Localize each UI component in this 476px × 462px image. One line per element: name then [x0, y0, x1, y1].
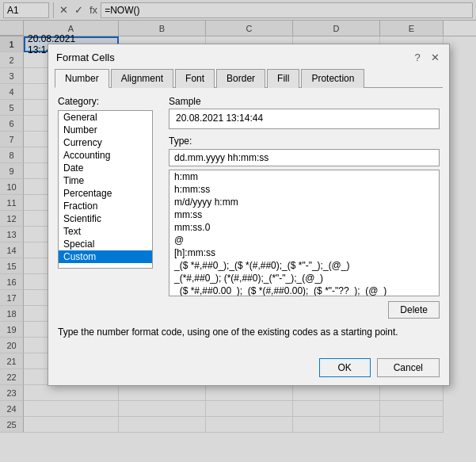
dialog-titlebar: Format Cells ? ✕ — [48, 44, 449, 68]
format-item-1[interactable]: h:mm:ss — [169, 183, 439, 196]
tab-protection[interactable]: Protection — [301, 69, 364, 88]
right-panel: Sample 20.08.2021 13:14:44 Type: h:mmh:m… — [169, 96, 440, 322]
format-item-9[interactable]: _($ *#,##0.00_);_($ *(#,##0.00);_($ *"-"… — [169, 284, 439, 296]
format-list[interactable]: h:mmh:mm:ssm/d/yyyy h:mmmm:ssmm:ss.0@[h]… — [169, 170, 440, 296]
dialog-body: Category: GeneralNumberCurrencyAccountin… — [48, 88, 449, 353]
tab-fill[interactable]: Fill — [267, 69, 299, 88]
format-item-4[interactable]: mm:ss.0 — [169, 221, 439, 234]
cancel-button[interactable]: Cancel — [377, 358, 440, 377]
format-item-5[interactable]: @ — [169, 234, 439, 246]
sample-value: 20.08.2021 13:14:44 — [169, 109, 440, 129]
category-item-date[interactable]: Date — [59, 162, 152, 174]
help-button[interactable]: ? — [411, 51, 424, 63]
dialog-columns: Category: GeneralNumberCurrencyAccountin… — [58, 96, 440, 322]
category-panel: Category: GeneralNumberCurrencyAccountin… — [58, 96, 161, 322]
category-item-custom[interactable]: Custom — [59, 250, 152, 263]
delete-button[interactable]: Delete — [388, 301, 440, 319]
format-item-6[interactable]: [h]:mm:ss — [169, 246, 439, 259]
hint-text: Type the number format code, using one o… — [58, 326, 440, 338]
category-item-percentage[interactable]: Percentage — [59, 187, 152, 200]
type-label: Type: — [169, 136, 440, 147]
tab-number[interactable]: Number — [55, 69, 109, 88]
tab-font[interactable]: Font — [175, 69, 215, 88]
category-item-number[interactable]: Number — [59, 124, 152, 136]
close-button[interactable]: ✕ — [428, 51, 441, 63]
delete-area: Delete — [169, 301, 440, 319]
type-input[interactable] — [169, 149, 440, 166]
category-item-time[interactable]: Time — [59, 174, 152, 187]
tab-alignment[interactable]: Alignment — [111, 69, 173, 88]
category-label: Category: — [58, 96, 161, 107]
format-item-3[interactable]: mm:ss — [169, 208, 439, 221]
category-item-scientific[interactable]: Scientific — [59, 212, 152, 225]
format-item-8[interactable]: _(*#,##0_); (*(#,##0);_(*"-"_);_(@_) — [169, 272, 439, 284]
spreadsheet: A1 ✕ ✓ fx A B C D E 120.08.2021 13:14:44… — [0, 0, 476, 462]
dialog-controls: ? ✕ — [411, 51, 441, 63]
modal-overlay: Format Cells ? ✕ NumberAlignmentFontBord… — [0, 0, 476, 462]
format-item-7[interactable]: _($ *#,##0_);_($ *(#,##0);_($ *"-"_);_(@… — [169, 259, 439, 272]
format-cells-dialog: Format Cells ? ✕ NumberAlignmentFontBord… — [48, 44, 450, 386]
category-item-accounting[interactable]: Accounting — [59, 149, 152, 162]
format-item-2[interactable]: m/d/yyyy h:mm — [169, 196, 439, 208]
dialog-footer: OK Cancel — [48, 353, 449, 385]
category-item-general[interactable]: General — [59, 111, 152, 124]
dialog-tabs: NumberAlignmentFontBorderFillProtection — [55, 68, 443, 88]
category-item-currency[interactable]: Currency — [59, 136, 152, 149]
category-item-text[interactable]: Text — [59, 225, 152, 238]
category-item-special[interactable]: Special — [59, 238, 152, 250]
ok-button[interactable]: OK — [319, 358, 371, 377]
tab-border[interactable]: Border — [216, 69, 265, 88]
category-list[interactable]: GeneralNumberCurrencyAccountingDateTimeP… — [58, 110, 153, 269]
category-item-fraction[interactable]: Fraction — [59, 200, 152, 212]
format-item-0[interactable]: h:mm — [169, 170, 439, 183]
sample-label: Sample — [169, 96, 440, 107]
dialog-title: Format Cells — [56, 52, 115, 63]
